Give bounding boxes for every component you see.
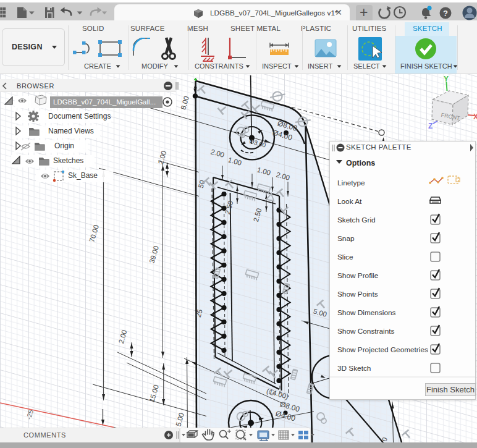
svg-text:?: ? bbox=[443, 9, 448, 18]
svg-text:Y: Y bbox=[444, 75, 449, 83]
svg-text:BROWSER: BROWSER bbox=[17, 82, 54, 90]
svg-text:Z: Z bbox=[428, 122, 433, 130]
svg-text:X: X bbox=[473, 112, 477, 121]
